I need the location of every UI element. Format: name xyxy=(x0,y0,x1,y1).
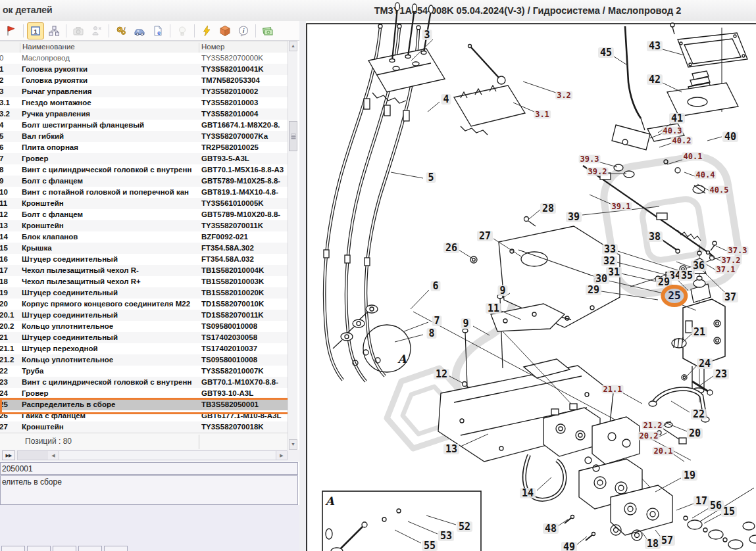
callout-20.2[interactable]: 20.2 xyxy=(638,432,660,441)
callout-21[interactable]: 21 xyxy=(692,327,707,337)
callout-39.3[interactable]: 39.3 xyxy=(579,155,601,164)
callout-20.1[interactable]: 20.1 xyxy=(653,447,674,456)
callout-36[interactable]: 36 xyxy=(691,260,707,271)
callout-37.1[interactable]: 37.1 xyxy=(715,266,737,274)
callout-20[interactable]: 20 xyxy=(687,428,703,439)
highlighted-callout-25[interactable]: 25 xyxy=(665,289,684,303)
callout-3[interactable]: 3 xyxy=(422,30,432,40)
callout-45[interactable]: 45 xyxy=(598,47,614,58)
callout-52[interactable]: 52 xyxy=(457,521,472,532)
callout-22[interactable]: 22 xyxy=(691,409,707,419)
callout-40.1[interactable]: 40.1 xyxy=(682,153,704,161)
callout-32[interactable]: 32 xyxy=(601,256,617,266)
callout-15[interactable]: 15 xyxy=(721,506,737,517)
callout-7[interactable]: 7 xyxy=(432,316,441,326)
callout-6[interactable]: 6 xyxy=(430,281,440,291)
callout-5[interactable]: 5 xyxy=(426,172,436,183)
callout-43[interactable]: 43 xyxy=(647,41,663,51)
callout-33[interactable]: 33 xyxy=(602,244,618,254)
callout-23[interactable]: 23 xyxy=(713,369,729,379)
parts-catalog-window: ок деталей TM3Y1A854-008K 05.04.2024(V-3… xyxy=(0,0,756,551)
callout-8[interactable]: 8 xyxy=(426,328,436,339)
callout-4[interactable]: 4 xyxy=(441,94,451,105)
callout-39.2[interactable]: 39.2 xyxy=(587,168,609,176)
callout-49[interactable]: 49 xyxy=(561,542,577,551)
callout-29[interactable]: 29 xyxy=(586,285,601,295)
callout-11[interactable]: 11 xyxy=(486,303,501,314)
callout-37.3[interactable]: 37.3 xyxy=(727,247,749,255)
callout-19[interactable]: 19 xyxy=(682,470,697,481)
callout-42[interactable]: 42 xyxy=(647,74,663,85)
callout-38[interactable]: 38 xyxy=(647,231,663,242)
callout-24[interactable]: 24 xyxy=(697,358,713,369)
callout-30[interactable]: 30 xyxy=(593,274,609,284)
callout-A[interactable]: A xyxy=(323,496,336,506)
callout-35[interactable]: 35 xyxy=(679,270,695,281)
callout-37[interactable]: 37 xyxy=(722,292,738,302)
callout-9[interactable]: 9 xyxy=(461,318,470,329)
callout-53[interactable]: 53 xyxy=(438,531,454,541)
callout-3.2[interactable]: 3.2 xyxy=(555,91,572,100)
callout-29[interactable]: 29 xyxy=(656,277,672,287)
callout-57[interactable]: 57 xyxy=(659,535,675,546)
callout-41[interactable]: 41 xyxy=(669,113,685,124)
callout-40.4[interactable]: 40.4 xyxy=(695,171,717,180)
callout-A[interactable]: A xyxy=(395,354,408,364)
callout-48[interactable]: 48 xyxy=(543,523,559,534)
callout-37.2[interactable]: 37.2 xyxy=(720,256,742,265)
callout-21.1[interactable]: 21.1 xyxy=(602,385,624,394)
callout-14[interactable]: 14 xyxy=(520,488,536,498)
callout-27[interactable]: 27 xyxy=(477,231,493,241)
callout-40[interactable]: 40 xyxy=(722,132,738,142)
callout-55[interactable]: 55 xyxy=(422,540,438,551)
callout-39.1[interactable]: 39.1 xyxy=(611,203,632,211)
callout-13[interactable]: 13 xyxy=(443,444,459,454)
callout-39[interactable]: 39 xyxy=(566,212,582,222)
callout-12[interactable]: 12 xyxy=(434,369,449,379)
callout-40.5[interactable]: 40.5 xyxy=(709,186,730,195)
callout-21.2[interactable]: 21.2 xyxy=(642,421,664,430)
callout-40.3[interactable]: 40.3 xyxy=(662,127,684,135)
callout-28[interactable]: 28 xyxy=(540,203,556,214)
exploded-view-drawing xyxy=(0,0,756,551)
callout-26[interactable]: 26 xyxy=(443,243,459,253)
callout-3.1[interactable]: 3.1 xyxy=(534,110,551,119)
callout-9[interactable]: 9 xyxy=(497,285,507,296)
callout-40.2[interactable]: 40.2 xyxy=(671,137,693,145)
callout-18[interactable]: 18 xyxy=(645,539,661,549)
callout-17[interactable]: 17 xyxy=(693,496,709,506)
